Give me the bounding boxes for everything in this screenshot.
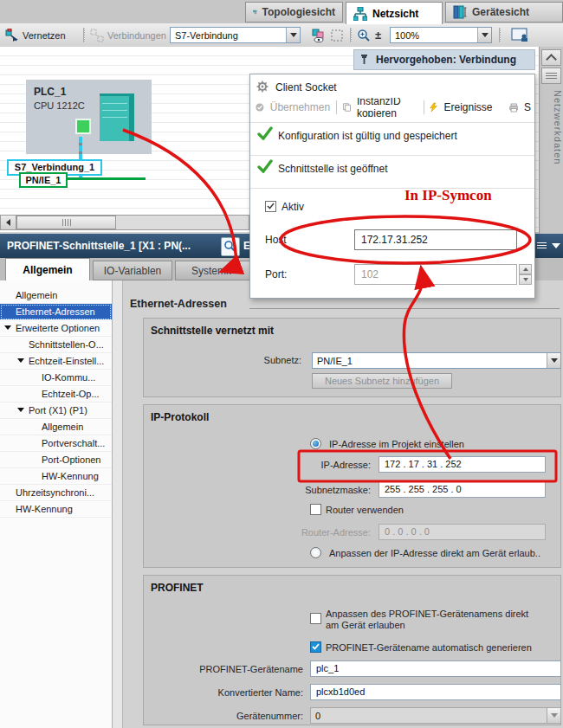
spinner-up-button[interactable] bbox=[519, 264, 532, 274]
apply-button[interactable]: Übernehmen bbox=[270, 101, 330, 113]
profinet-geraetename-field[interactable]: plc_1 bbox=[310, 660, 561, 677]
status-configuration: Konfiguration ist gültig und gespeichert bbox=[278, 130, 457, 142]
tree-item-port-x1-p1[interactable]: Port (X1) (P1) bbox=[0, 403, 112, 419]
sidebar-splitter-button[interactable] bbox=[541, 68, 561, 84]
tree-item-echtzeit-optionen[interactable]: Echtzeit-Op... bbox=[0, 386, 112, 403]
selection-frame-icon[interactable] bbox=[330, 29, 344, 42]
toolbar-separator bbox=[350, 28, 352, 42]
tree-item-port-hw-kennung[interactable]: HW-Kennung bbox=[0, 468, 112, 485]
tree-scrollbar[interactable] bbox=[113, 280, 123, 728]
verbindungen-button[interactable]: Verbindungen bbox=[107, 30, 166, 41]
profinet-port-marker[interactable] bbox=[75, 119, 91, 134]
expand-arrow-icon[interactable] bbox=[17, 358, 24, 363]
konvertierter-name-field[interactable]: plcxb1d0ed bbox=[310, 684, 561, 700]
zoom-in-icon[interactable] bbox=[357, 29, 371, 42]
tree-item-label: Ethernet-Adressen bbox=[16, 306, 95, 317]
radio-ip-im-projekt[interactable] bbox=[310, 438, 321, 449]
spinner-down-button[interactable] bbox=[519, 274, 532, 285]
events-button[interactable]: Ereignisse bbox=[443, 101, 492, 113]
subnetzmaske-field[interactable]: 255 . 255 . 255 . 0 bbox=[379, 481, 546, 498]
tree-item-port-allgemein[interactable]: Allgemein bbox=[0, 419, 112, 435]
tree-item-ethernet-adressen[interactable]: Ethernet-Adressen bbox=[0, 304, 112, 320]
geraetenummer-dropdown[interactable]: 0 bbox=[310, 707, 561, 724]
radio-ip-direkt-am-geraet[interactable] bbox=[310, 547, 321, 558]
radio-ip-im-projekt-label: IP-Adresse im Projekt einstellen bbox=[329, 439, 464, 449]
scrollbar-thumb[interactable] bbox=[16, 216, 116, 229]
router-verwenden-label: Router verwenden bbox=[326, 505, 404, 515]
anpassen-geraetename-checkbox[interactable] bbox=[310, 613, 321, 624]
expand-arrow-icon[interactable] bbox=[4, 325, 11, 330]
sidebar-scroll-up-button[interactable] bbox=[541, 49, 561, 66]
tree-item-hw-kennung[interactable]: HW-Kennung bbox=[0, 501, 112, 518]
cpu-module-image[interactable] bbox=[100, 93, 134, 141]
vernetzen-button[interactable]: Vernetzen bbox=[23, 30, 66, 41]
tree-item-label: Echtzeit-Einstell... bbox=[29, 356, 104, 366]
aktiv-label: Aktiv bbox=[282, 201, 304, 213]
plc-device-box[interactable]: PLC_1 CPU 1212C bbox=[26, 80, 152, 154]
more-button[interactable]: S bbox=[524, 101, 531, 113]
eigenschaften-icon[interactable] bbox=[221, 237, 240, 256]
titlebar-menu-icon[interactable] bbox=[537, 242, 547, 248]
tree-item-label: Allgemein bbox=[42, 422, 83, 432]
network-toolbar: Vernetzen Verbindungen S7-Verbindung ± bbox=[0, 23, 563, 48]
copy-instanzid-button[interactable]: InstanzID kopieren bbox=[357, 98, 417, 117]
highlight-connection-icon[interactable] bbox=[312, 29, 326, 42]
network-horizontal-scrollbar[interactable] bbox=[0, 215, 249, 230]
lightning-icon bbox=[430, 101, 437, 113]
host-field[interactable]: 172.17.31.252 bbox=[354, 229, 517, 250]
view-tab-strip: Topologiesicht Netzsicht Gerätesicht bbox=[0, 0, 563, 24]
port-spinner[interactable] bbox=[519, 264, 532, 285]
toolbar-separator bbox=[83, 28, 85, 42]
tree-item-label: Uhrzeitsynchroni... bbox=[16, 487, 94, 498]
netzwerkdaten-tab[interactable]: Netzwerkdaten bbox=[540, 90, 563, 164]
aktiv-checkbox[interactable] bbox=[265, 201, 276, 212]
combo-arrow-button[interactable] bbox=[547, 708, 560, 723]
check-ok-icon bbox=[257, 126, 273, 140]
zoom-fit-icon[interactable]: ± bbox=[375, 29, 381, 42]
subnetz-combo[interactable]: PN/IE_1 bbox=[312, 352, 561, 369]
tree-item-label: Erweiterte Optionen bbox=[16, 323, 100, 333]
zoom-level-combo[interactable]: 100% bbox=[390, 27, 492, 43]
geraetename-automatisch-checkbox[interactable] bbox=[310, 641, 321, 653]
device-view-icon bbox=[453, 5, 467, 19]
router-verwenden-checkbox[interactable] bbox=[310, 504, 321, 515]
geraetenummer-label: Gerätenummer: bbox=[156, 711, 303, 721]
titlebar-collapse-icon[interactable] bbox=[552, 243, 560, 248]
host-label: Host bbox=[265, 234, 287, 246]
add-subnet-button[interactable]: Neues Subnetz hinzufügen bbox=[312, 373, 452, 389]
tree-item-erweiterte-optionen[interactable]: Erweiterte Optionen bbox=[0, 320, 112, 337]
subnet-line bbox=[66, 177, 146, 180]
tab-geraetesicht-label: Gerätesicht bbox=[472, 6, 529, 18]
ip-adresse-field[interactable]: 172 . 17 . 31 . 252 bbox=[379, 456, 546, 473]
connection-type-value: S7-Verbindung bbox=[171, 30, 286, 41]
tab-io-variablen[interactable]: IO-Variablen bbox=[93, 261, 172, 280]
tree-item-allgemein[interactable]: Allgemein bbox=[0, 287, 112, 304]
port-field[interactable]: 102 bbox=[354, 264, 517, 285]
tab-topologiesicht[interactable]: Topologiesicht bbox=[245, 2, 343, 23]
tree-item-portverschaltung[interactable]: Portverschalt... bbox=[0, 435, 112, 452]
subnet-label[interactable]: PN/IE_1 bbox=[19, 172, 68, 188]
expand-arrow-icon[interactable] bbox=[17, 408, 24, 412]
combo-arrow-button[interactable] bbox=[286, 28, 300, 42]
tab-netzsicht-label: Netzsicht bbox=[372, 8, 418, 20]
combo-arrow-button[interactable] bbox=[547, 353, 560, 368]
properties-content: Ethernet-Adressen Schnittstelle vernetzt… bbox=[123, 280, 563, 728]
connection-type-combo[interactable]: S7-Verbindung bbox=[170, 27, 301, 43]
scroll-left-button[interactable] bbox=[1, 216, 16, 229]
tree-item-echtzeit-einstellungen[interactable]: Echtzeit-Einstell... bbox=[0, 353, 112, 370]
tab-netzsicht[interactable]: Netzsicht bbox=[346, 2, 443, 24]
anpassen-geraetename-label-line2: am Gerät erlauben bbox=[326, 620, 405, 630]
tree-item-io-kommunikation[interactable]: IO-Kommu... bbox=[0, 370, 112, 386]
pin-icon[interactable] bbox=[359, 54, 369, 66]
tree-item-label: Port-Optionen bbox=[42, 454, 100, 465]
client-socket-title: Client Socket bbox=[275, 81, 337, 93]
subnetz-label: Subnetz: bbox=[210, 355, 301, 365]
combo-arrow-button[interactable] bbox=[477, 28, 491, 42]
tab-geraetesicht[interactable]: Gerätesicht bbox=[445, 2, 563, 23]
pagebreak-preview-icon[interactable] bbox=[511, 28, 530, 42]
apply-icon bbox=[256, 101, 264, 113]
tree-item-port-optionen[interactable]: Port-Optionen bbox=[0, 452, 112, 468]
tree-item-uhrzeitsynchronisation[interactable]: Uhrzeitsynchroni... bbox=[0, 485, 112, 501]
tab-allgemein[interactable]: Allgemein bbox=[5, 258, 90, 280]
tree-item-schnittstellen-optionen[interactable]: Schnittstellen-O... bbox=[0, 337, 112, 353]
